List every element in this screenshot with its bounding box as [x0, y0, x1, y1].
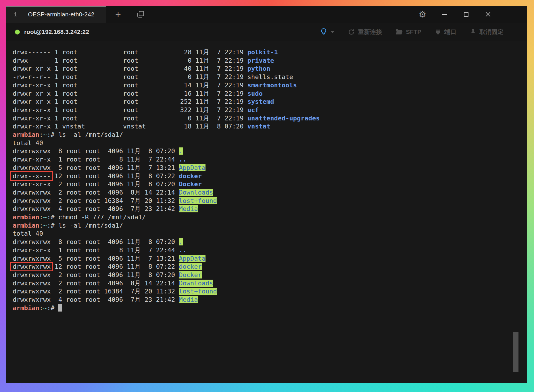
- terminal-line: drwxrwxrwx 5 root root 4096 11月 7 13:21 …: [13, 255, 527, 263]
- plus-icon: +: [115, 9, 121, 20]
- sftp-label: SFTP: [406, 28, 421, 35]
- terminal-line: drwxr-xr-x 1 root root 14 11月 7 22:19 sm…: [13, 81, 527, 90]
- terminal-line: drwx------ 1 root root 28 11月 7 22:19 po…: [13, 48, 527, 57]
- refresh-icon: [348, 28, 355, 36]
- close-icon: [484, 11, 492, 18]
- terminal-line: drwxrwxrwx 4 root root 4096 7月 23 21:42 …: [13, 205, 527, 213]
- terminal-line: drwxr-xr-x 1 root root 322 11月 7 22:19 u…: [13, 106, 527, 114]
- tabbar-spacer: [147, 6, 417, 23]
- app-window: 1 OESP-armbian-eth0-242 + ⚙: [6, 6, 527, 383]
- terminal[interactable]: drwx------ 1 root root 28 11月 7 22:19 po…: [6, 41, 527, 383]
- close-button[interactable]: [482, 6, 494, 23]
- terminal-line: armbian:~:# chmod -R 777 /mnt/sda1/: [13, 213, 527, 222]
- lightbulb-icon: [320, 28, 327, 36]
- terminal-scrollbar-thumb[interactable]: [513, 332, 518, 372]
- terminal-line: drwxrwxrwx 2 root root 4096 11月 8 07:20 …: [13, 271, 527, 279]
- unpin-button[interactable]: 取消固定: [470, 28, 504, 36]
- terminal-line: armbian:~:#: [13, 304, 527, 312]
- terminal-line: drwxr-xr-x 1 root root 8 11月 7 22:44 ..: [13, 246, 527, 255]
- settings-button[interactable]: ⚙: [417, 6, 428, 23]
- terminal-output: drwx------ 1 root root 28 11月 7 22:19 po…: [13, 48, 527, 312]
- pin-icon: [470, 28, 477, 36]
- hint-dropdown[interactable]: [320, 28, 335, 36]
- stacked-windows-icon: [136, 10, 145, 19]
- terminal-line: total 40: [13, 139, 527, 147]
- ports-button[interactable]: 端口: [435, 28, 456, 36]
- window-controls: ⚙: [417, 6, 527, 23]
- annotation-red-box: drwxrwxrwx: [13, 263, 51, 270]
- terminal-line: drwxrwxrwx 8 root root 4096 11月 8 07:20 …: [13, 147, 527, 155]
- annotation-red-box: drwx--x---: [13, 172, 51, 180]
- terminal-line: drwxr-xr-x 2 root root 4096 11月 8 07:20 …: [13, 180, 527, 189]
- tab-list-button[interactable]: [134, 6, 147, 23]
- terminal-line: drwx--x--- 12 root root 4096 11月 8 07:22…: [13, 172, 527, 180]
- terminal-line: drwxr-xr-x 1 root root 8 11月 7 22:44 ..: [13, 155, 527, 164]
- terminal-line: drwxrwxrwx 2 root root 16384 7月 20 11:32…: [13, 197, 527, 205]
- terminal-line: drwxrwxrwx 2 root root 4096 8月 14 22:14 …: [13, 189, 527, 197]
- terminal-line: drwxr-xr-x 1 vnstat vnstat 18 11月 8 07:2…: [13, 122, 527, 131]
- maximize-icon: [463, 11, 470, 18]
- terminal-line: -rw-r--r-- 1 root root 0 11月 7 22:19 she…: [13, 73, 527, 81]
- connection-address: root@192.168.3.242:22: [24, 28, 89, 35]
- minimize-button[interactable]: [439, 6, 450, 23]
- window-gradient-frame: 1 OESP-armbian-eth0-242 + ⚙: [0, 0, 534, 392]
- maximize-button[interactable]: [460, 6, 472, 23]
- ports-label: 端口: [444, 28, 456, 36]
- plug-icon: [435, 28, 441, 36]
- terminal-line: drwxrwxrwx 4 root root 4096 7月 23 21:42 …: [13, 296, 527, 304]
- chevron-down-icon: [331, 31, 335, 33]
- terminal-line: drwx------ 1 root root 0 11月 7 22:19 pri…: [13, 57, 527, 65]
- terminal-line: drwxrwxrwx 5 root root 4096 11月 7 13:21 …: [13, 164, 527, 172]
- terminal-line: drwxr-xr-x 1 root root 0 11月 7 22:19 una…: [13, 114, 527, 123]
- terminal-line: drwxrwxrwx 2 root root 4096 8月 14 22:14 …: [13, 279, 527, 288]
- unpin-label: 取消固定: [479, 28, 504, 36]
- minimize-icon: [441, 11, 448, 18]
- gear-icon: ⚙: [419, 10, 427, 19]
- connection-bar: root@192.168.3.242:22 重新连接: [6, 23, 527, 41]
- active-tab-indicator: [6, 6, 106, 7]
- terminal-line: drwxr-xr-x 1 root root 252 11月 7 22:19 s…: [13, 98, 527, 106]
- connection-status-dot: [15, 30, 20, 34]
- reconnect-button[interactable]: 重新连接: [348, 28, 382, 36]
- terminal-line: drwxrwxrwx 2 root root 16384 7月 20 11:32…: [13, 287, 527, 296]
- reconnect-label: 重新连接: [358, 28, 382, 36]
- tab-oesp-armbian[interactable]: 1 OESP-armbian-eth0-242: [6, 6, 106, 23]
- terminal-line: drwxr-xr-x 1 root root 16 11月 7 22:19 su…: [13, 90, 527, 98]
- tab-title: OESP-armbian-eth0-242: [28, 11, 94, 18]
- connection-actions: 重新连接 SFTP 端口: [320, 28, 527, 36]
- new-tab-button[interactable]: +: [112, 6, 124, 23]
- terminal-line: drwxrwxrwx 8 root root 4096 11月 8 07:20 …: [13, 238, 527, 246]
- terminal-line: drwxrwxrwx 12 root root 4096 11月 8 07:22…: [13, 263, 527, 271]
- terminal-line: armbian:~:# ls -al /mnt/sda1/: [13, 222, 527, 230]
- terminal-line: drwxr-xr-x 1 root root 40 11月 7 22:19 py…: [13, 65, 527, 73]
- terminal-cursor: [58, 304, 62, 312]
- tab-bar: 1 OESP-armbian-eth0-242 + ⚙: [6, 6, 527, 23]
- terminal-line: total 40: [13, 230, 527, 238]
- terminal-line: armbian:~:# ls -al /mnt/sda1/: [13, 131, 527, 139]
- sftp-button[interactable]: SFTP: [395, 28, 421, 35]
- folder-icon: [395, 28, 403, 35]
- tab-index: 1: [14, 11, 17, 18]
